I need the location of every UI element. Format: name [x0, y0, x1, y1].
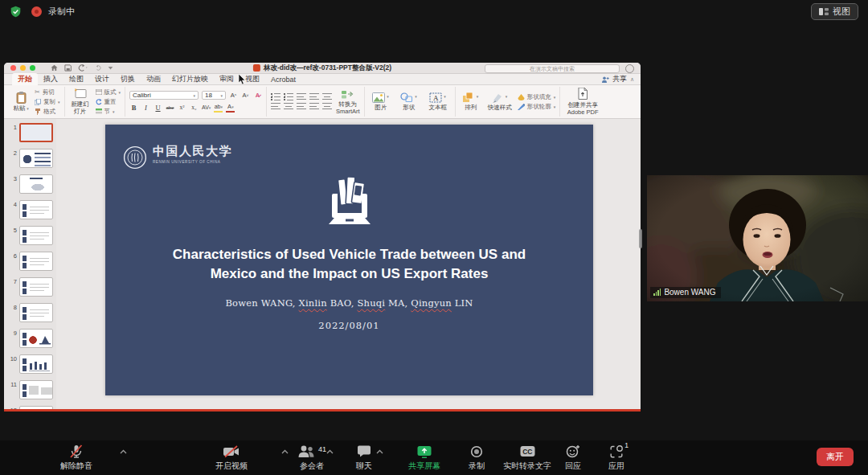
slide-thumbnail-2[interactable]: 2: [4, 149, 56, 168]
save-icon[interactable]: [64, 64, 72, 72]
picture-button[interactable]: ▾ 图片: [369, 92, 393, 112]
account-circle-icon[interactable]: [625, 64, 634, 73]
unmute-options-chevron-icon[interactable]: [120, 449, 127, 454]
share-collapse-chevron-icon[interactable]: ∧: [630, 76, 634, 83]
slide-thumbnail-1[interactable]: 1: [4, 123, 56, 142]
italic-button[interactable]: I: [141, 103, 150, 112]
format-painter-button[interactable]: 格式: [35, 108, 60, 116]
slide-thumb-preview[interactable]: [19, 329, 53, 348]
slide-thumb-preview[interactable]: [19, 252, 53, 271]
underline-button[interactable]: U: [154, 103, 162, 112]
shape-outline-button[interactable]: 形状轮廓▾: [518, 103, 556, 111]
font-size-select[interactable]: 18▾: [202, 91, 226, 100]
slide-thumb-preview[interactable]: [19, 380, 53, 399]
leave-meeting-button[interactable]: 离开: [817, 448, 854, 466]
author-name-misspelled: Qingyun: [411, 297, 452, 309]
slide-thumb-preview[interactable]: [19, 354, 53, 374]
security-shield-icon[interactable]: [10, 6, 22, 18]
slide-thumbnail-8[interactable]: 8: [4, 303, 56, 322]
columns-icon[interactable]: [322, 103, 332, 110]
align-right-icon[interactable]: [297, 103, 306, 110]
ppt-share-button[interactable]: 共享 ∧: [601, 74, 634, 84]
apps-button[interactable]: 1 应用: [568, 444, 665, 472]
cut-button[interactable]: ✂剪切: [35, 88, 60, 96]
slide-thumbnail-10[interactable]: 10: [4, 354, 56, 374]
tab-animations[interactable]: 动画: [141, 73, 166, 85]
minimize-window-button[interactable]: [20, 65, 26, 71]
slide-thumb-preview[interactable]: [19, 200, 53, 219]
create-share-adobe-pdf-button[interactable]: 创建并共享Adobe PDF: [564, 88, 601, 116]
slide-thumbnail-5[interactable]: 5: [4, 226, 56, 245]
slide-thumbnail-9[interactable]: 9: [4, 329, 56, 348]
increase-font-button[interactable]: A^: [229, 91, 238, 100]
align-left-icon[interactable]: [271, 103, 280, 110]
panel-collapse-handle[interactable]: [639, 229, 642, 248]
line-spacing-icon[interactable]: [322, 93, 332, 100]
subscript-button[interactable]: x₂: [190, 103, 199, 112]
tab-insert[interactable]: 插入: [38, 73, 63, 85]
slide-thumb-preview[interactable]: [19, 149, 53, 168]
slide-thumb-preview[interactable]: [19, 226, 53, 245]
slide-thumbnail-6[interactable]: 6: [4, 252, 56, 271]
superscript-button[interactable]: x²: [178, 103, 186, 112]
tab-design[interactable]: 设计: [89, 73, 115, 85]
textbox-button[interactable]: A▾ 文本框: [425, 92, 451, 112]
slide-thumb-preview[interactable]: [19, 303, 53, 322]
tab-home[interactable]: 开始: [12, 73, 38, 85]
tab-slideshow[interactable]: 幻灯片放映: [166, 73, 214, 85]
new-slide-button[interactable]: 新建幻灯片: [69, 88, 92, 115]
chat-options-chevron-icon[interactable]: [376, 449, 383, 454]
unmute-button[interactable]: 解除静音: [28, 444, 125, 472]
clear-formatting-button[interactable]: A̷: [253, 91, 262, 100]
copy-button[interactable]: 复制▾: [35, 98, 60, 106]
font-color-button[interactable]: A▾: [226, 102, 235, 113]
meeting-topbar: 录制中 视图: [0, 0, 868, 23]
close-window-button[interactable]: [10, 65, 16, 71]
convert-smartart-line1: 转换为: [339, 100, 358, 108]
shape-fill-button[interactable]: 形状填充▾: [518, 93, 556, 101]
section-button[interactable]: 节▾: [96, 108, 121, 116]
reset-button[interactable]: 重置: [96, 98, 121, 106]
bullets-icon[interactable]: [271, 93, 280, 100]
arrange-button[interactable]: ▾ 排列: [460, 92, 482, 112]
toolbar-more-icon[interactable]: [108, 66, 113, 70]
align-center-icon[interactable]: [284, 103, 293, 110]
slide-thumbnail-7[interactable]: 7: [4, 277, 56, 297]
tab-acrobat[interactable]: Acrobat: [265, 75, 301, 84]
quick-styles-button[interactable]: ▾ 快速样式: [486, 92, 514, 112]
search-input[interactable]: [485, 64, 620, 73]
video-options-chevron-icon[interactable]: [281, 449, 289, 454]
shapes-button[interactable]: ▾ 形状: [397, 92, 421, 112]
decrease-indent-icon[interactable]: [297, 93, 306, 100]
participant-video-tile[interactable]: Bowen WANG: [647, 175, 868, 301]
increase-indent-icon[interactable]: [309, 93, 319, 100]
view-button[interactable]: 视图: [811, 3, 858, 20]
font-name-select[interactable]: Calibri▾: [129, 91, 199, 100]
tab-transitions[interactable]: 切换: [115, 73, 141, 85]
paste-button[interactable]: 粘贴 ▾: [11, 92, 31, 113]
tab-draw[interactable]: 绘图: [63, 73, 89, 85]
convert-smartart-button[interactable]: 转换为SmartArt: [336, 89, 360, 115]
slide-1[interactable]: 中国人民大学 RENMIN UNIVERSITY OF CHINA: [105, 125, 593, 395]
tab-review[interactable]: 审阅: [214, 73, 240, 85]
home-icon[interactable]: [51, 64, 58, 72]
slide-thumb-preview[interactable]: [19, 277, 53, 297]
slide-thumb-preview[interactable]: [19, 174, 53, 194]
participants-options-chevron-icon[interactable]: [326, 449, 334, 454]
character-spacing-button[interactable]: AV▾: [202, 103, 211, 112]
slide-thumbnail-4[interactable]: 4: [4, 200, 56, 219]
undo-icon[interactable]: [78, 64, 88, 72]
decrease-font-button[interactable]: A˅: [241, 91, 250, 100]
recording-indicator-icon[interactable]: [31, 6, 42, 17]
slide-thumb-preview[interactable]: [19, 123, 53, 142]
strikethrough-button[interactable]: abc: [166, 103, 174, 112]
layout-button[interactable]: 版式▾: [96, 88, 121, 96]
bold-button[interactable]: B: [129, 103, 138, 112]
highlight-color-button[interactable]: ab▾: [214, 102, 223, 113]
slide-thumbnail-11[interactable]: 11: [4, 380, 56, 399]
redo-icon[interactable]: [94, 64, 101, 72]
justify-icon[interactable]: [309, 103, 319, 110]
zoom-window-button[interactable]: [30, 65, 35, 71]
slide-thumbnail-3[interactable]: 3: [4, 174, 56, 194]
numbering-icon[interactable]: [284, 93, 293, 100]
